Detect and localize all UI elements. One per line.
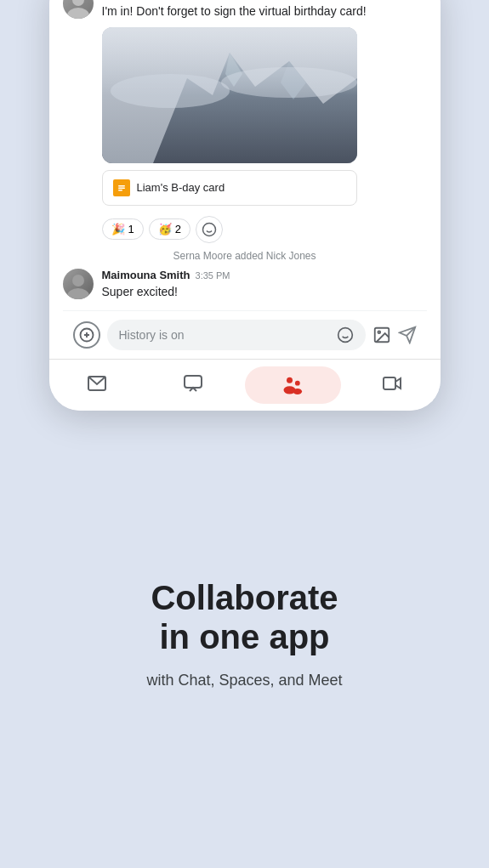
svg-point-30 [287,377,293,383]
svg-point-31 [295,381,300,386]
spaces-icon [281,373,304,397]
message-time-2: 3:35 PM [196,270,230,281]
nav-item-chat[interactable] [145,366,242,404]
nav-item-spaces[interactable] [245,366,341,404]
svg-point-0 [72,0,84,6]
svg-point-33 [293,389,303,394]
message-header: Ethan Booker 3:27 PM [102,0,427,1]
sender-name: Ethan Booker [102,0,174,1]
mail-icon [87,373,107,394]
svg-point-17 [67,288,89,299]
reaction-count-2: 2 [175,223,181,235]
reaction-pill-1[interactable]: 🎉 1 [102,218,144,240]
reaction-pill-2[interactable]: 🥳 2 [149,218,190,240]
input-bar: History is on [63,310,427,359]
nav-item-mail[interactable] [49,366,145,404]
chat-area: Ethan Booker 3:27 PM I'm in! Don't forge… [49,0,441,359]
svg-rect-29 [185,376,202,388]
message-input-field[interactable]: History is on [107,320,366,350]
reactions-row: 🎉 1 🥳 2 [102,216,427,243]
input-actions [337,326,354,343]
message-row: Ethan Booker 3:27 PM I'm in! Don't forge… [63,0,427,206]
sender-name-2: Maimouna Smith [102,269,190,281]
message-content-2: Maimouna Smith 3:35 PM Super excited! [102,269,427,301]
image-button[interactable] [372,326,391,344]
meet-icon [382,373,402,394]
avatar-maimouna [63,269,94,299]
phone-mockup: Ethan Booker 3:27 PM I'm in! Don't forge… [49,0,441,411]
avatar [63,0,94,19]
file-icon [113,179,130,196]
file-name: Liam's B-day card [137,181,225,194]
svg-point-1 [67,8,89,19]
svg-point-7 [111,74,230,108]
svg-point-25 [378,332,380,334]
message-content: Ethan Booker 3:27 PM I'm in! Don't forge… [102,0,427,206]
nav-item-meet[interactable] [344,366,441,404]
reaction-count-1: 1 [128,223,134,235]
message-text-2: Super excited! [102,284,427,301]
message-row-2: Maimouna Smith 3:35 PM Super excited! [63,269,427,301]
system-message: Serna Moore added Nick Jones [63,250,427,262]
message-text: I'm in! Don't forget to sign the virtual… [102,3,427,20]
message-header-2: Maimouna Smith 3:35 PM [102,269,427,281]
svg-rect-34 [384,377,395,389]
svg-point-13 [202,223,215,235]
send-button[interactable] [398,326,417,344]
file-card[interactable]: Liam's B-day card [102,170,357,206]
subheadline: with Chat, Spaces, and Meet [27,670,462,691]
add-reaction-button[interactable] [196,216,223,243]
svg-point-8 [221,67,357,98]
marketing-section: Collaboratein one app with Chat, Spaces,… [0,544,489,725]
reaction-emoji-2: 🥳 [158,223,172,235]
message-image [102,27,357,163]
emoji-button[interactable] [337,326,354,343]
svg-rect-10 [118,185,125,187]
svg-rect-12 [118,190,122,191]
reaction-emoji-1: 🎉 [111,223,125,235]
svg-rect-11 [118,187,125,189]
add-button[interactable] [73,321,100,349]
svg-point-16 [72,275,84,286]
bottom-nav [49,359,441,411]
headline: Collaboratein one app [27,578,462,656]
input-placeholder: History is on [119,328,185,342]
svg-point-21 [338,328,352,343]
chat-icon [183,373,203,394]
